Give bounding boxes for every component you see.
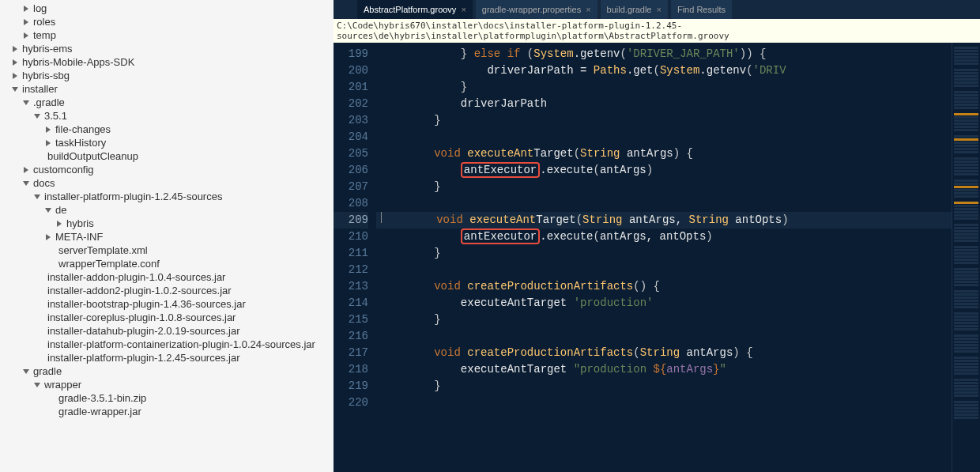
code-line[interactable]: } (376, 179, 952, 195)
code-line[interactable]: driverJarPath (376, 96, 952, 112)
tree-item[interactable]: installer-platform-containerization-plug… (0, 338, 334, 351)
line-number: 203 (334, 112, 368, 129)
tree-item-label: installer-platform-plugin-1.2.45-sources… (47, 352, 240, 364)
chevron-down-icon (22, 99, 30, 107)
tree-item[interactable]: log (0, 2, 334, 15)
close-icon[interactable]: × (656, 5, 661, 14)
code-line[interactable]: antExecutor.execute(antArgs) (376, 162, 952, 179)
code-line[interactable]: driverJarPath = Paths.get(System.getenv(… (376, 62, 952, 79)
tree-item[interactable]: taskHistory (0, 136, 334, 149)
editor-tab[interactable]: gradle-wrapper.properties× (476, 0, 597, 19)
tree-item[interactable]: gradle-3.5.1-bin.zip (0, 391, 334, 405)
chevron-right-icon (44, 139, 52, 147)
tree-item[interactable]: hybris-Mobile-Apps-SDK (0, 55, 334, 69)
tree-item[interactable]: installer (0, 82, 334, 96)
tree-item-label: de (55, 204, 66, 216)
tree-item-label: hybris-ems (22, 43, 73, 55)
tree-item[interactable]: installer-platform-plugin-1.2.45-sources (0, 190, 334, 203)
tree-item[interactable]: installer-addon2-plugin-1.0.2-sources.ja… (0, 284, 334, 297)
tree-item[interactable]: hybris-sbg (0, 69, 334, 82)
code-line[interactable]: void executeAntTarget(String antArgs) { (376, 145, 952, 162)
tree-item[interactable]: installer-datahub-plugin-2.0.19-sources.… (0, 324, 334, 338)
chevron-right-icon (44, 126, 52, 134)
tree-item-label: wrapperTemplate.conf (58, 258, 160, 270)
tree-item[interactable]: hybris-ems (0, 42, 334, 55)
file-icon (44, 395, 55, 402)
code-line[interactable]: } (376, 312, 952, 328)
code-line[interactable]: } else if (System.getenv('DRIVER_JAR_PAT… (376, 46, 952, 62)
code-line[interactable]: antExecutor.execute(antArgs, antOpts) (376, 228, 952, 245)
code-line[interactable]: executeAntTarget "production ${antArgs}" (376, 361, 952, 378)
line-number: 217 (334, 345, 368, 361)
line-number: 209 (334, 212, 368, 228)
file-tree[interactable]: logrolestemphybris-emshybris-Mobile-Apps… (0, 0, 334, 472)
code-line[interactable]: } (376, 245, 952, 262)
chevron-down-icon (22, 179, 30, 187)
chevron-down-icon (33, 381, 41, 389)
code-line[interactable]: void executeAntTarget(String antArgs, St… (376, 212, 952, 228)
tree-item[interactable]: buildOutputCleanup (0, 149, 334, 163)
file-icon (33, 153, 44, 160)
tree-item[interactable]: wrapper (0, 378, 334, 391)
chevron-right-icon (11, 59, 19, 66)
tree-item-label: installer-coreplus-plugin-1.0.8-sources.… (47, 312, 236, 323)
svg-marker-3 (13, 46, 17, 52)
tree-item[interactable]: serverTemplate.xml (0, 244, 334, 257)
code-line[interactable]: void createProductionArtifacts() { (376, 278, 952, 295)
tree-item[interactable]: META-INF (0, 230, 334, 244)
tree-item-label: gradle-3.5.1-bin.zip (58, 392, 146, 404)
tree-item[interactable]: de (0, 203, 334, 217)
code-line[interactable] (376, 129, 952, 145)
tree-item[interactable]: hybris (0, 217, 334, 230)
line-number: 220 (334, 395, 368, 411)
line-number: 204 (334, 129, 368, 145)
tree-item-label: installer-platform-plugin-1.2.45-sources (44, 191, 222, 202)
file-path-bar: C:\Code\hybris670\installer\docs\install… (334, 19, 980, 43)
line-number: 199 (334, 46, 368, 62)
tab-label: gradle-wrapper.properties (482, 5, 581, 14)
line-number: 215 (334, 312, 368, 328)
line-number: 211 (334, 245, 368, 262)
editor-tab[interactable]: build.gradle× (601, 0, 668, 19)
code-editor[interactable]: } else if (System.getenv('DRIVER_JAR_PAT… (376, 43, 952, 472)
chevron-down-icon (11, 85, 19, 93)
svg-marker-14 (45, 208, 51, 213)
tree-item[interactable]: installer-platform-plugin-1.2.45-sources… (0, 351, 334, 364)
minimap[interactable] (952, 43, 980, 472)
tree-item[interactable]: customconfig (0, 163, 334, 176)
file-icon (33, 314, 44, 322)
tree-item[interactable]: installer-addon-plugin-1.0.4-sources.jar (0, 270, 334, 284)
tree-item[interactable]: installer-coreplus-plugin-1.0.8-sources.… (0, 311, 334, 324)
code-line[interactable] (376, 195, 952, 212)
file-icon (44, 260, 55, 268)
tree-item[interactable]: roles (0, 15, 334, 28)
tree-item[interactable]: installer-bootstrap-plugin-1.4.36-source… (0, 297, 334, 311)
tree-item[interactable]: wrapperTemplate.conf (0, 257, 334, 270)
code-line[interactable]: executeAntTarget 'production' (376, 295, 952, 312)
close-icon[interactable]: × (586, 5, 590, 14)
tree-item-label: docs (33, 177, 55, 189)
tree-item[interactable]: docs (0, 176, 334, 190)
code-line[interactable]: } (376, 79, 952, 96)
tree-item[interactable]: gradle (0, 364, 334, 378)
code-line[interactable] (376, 395, 952, 411)
tree-item[interactable]: gradle-wrapper.jar (0, 405, 334, 418)
code-line[interactable]: } (376, 112, 952, 129)
tree-item[interactable]: temp (0, 28, 334, 42)
tree-item[interactable]: .gradle (0, 96, 334, 109)
code-line[interactable] (376, 328, 952, 345)
file-path-text: C:\Code\hybris670\installer\docs\install… (337, 21, 977, 41)
svg-marker-10 (46, 140, 51, 146)
tree-item[interactable]: file-changes (0, 123, 334, 136)
editor-tab[interactable]: Find Results (671, 0, 732, 19)
chevron-right-icon (11, 45, 19, 53)
code-line[interactable]: void createProductionArtifacts(String an… (376, 345, 952, 361)
editor-tab[interactable]: AbstractPlatform.groovy× (357, 0, 473, 19)
code-line[interactable] (376, 262, 952, 278)
line-number: 207 (334, 179, 368, 195)
close-icon[interactable]: × (461, 5, 466, 14)
tree-item-label: installer-addon-plugin-1.0.4-sources.jar (47, 271, 225, 283)
tree-item-label: customconfig (33, 164, 94, 176)
tree-item[interactable]: 3.5.1 (0, 109, 334, 123)
code-line[interactable]: } (376, 378, 952, 395)
